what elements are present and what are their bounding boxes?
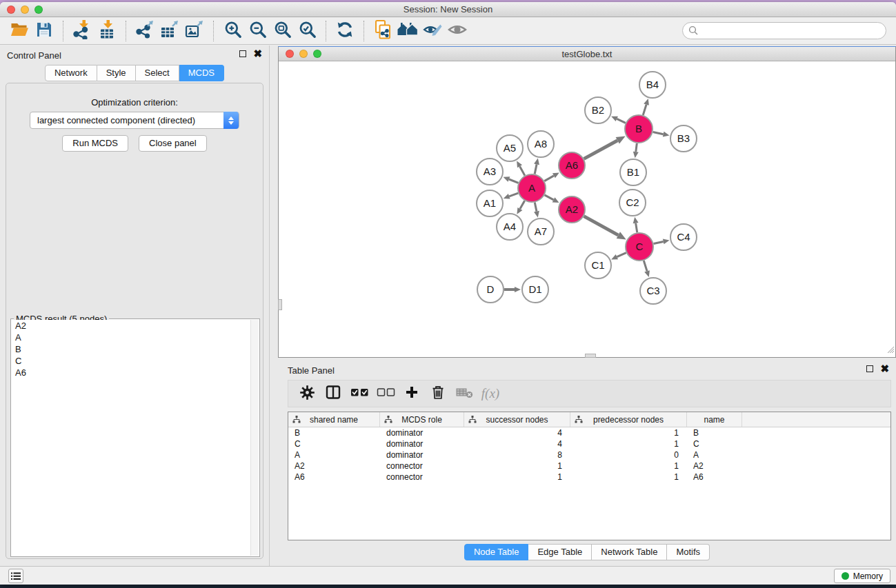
graph-edge-B-B4[interactable] xyxy=(643,105,646,115)
graph-edge-A6-B[interactable] xyxy=(584,141,618,159)
graph-edge-C-C1[interactable] xyxy=(617,253,626,257)
zoom-fit-button[interactable] xyxy=(270,19,295,43)
import-network-button[interactable] xyxy=(70,19,94,43)
tab-network[interactable]: Network xyxy=(45,65,97,81)
zoom-selected-button[interactable] xyxy=(295,19,319,43)
show-all-button[interactable] xyxy=(445,19,470,43)
zoom-selected-icon xyxy=(298,20,317,41)
column-header-successor-nodes[interactable]: successor nodes xyxy=(464,412,570,427)
network-canvas[interactable]: B4B2BB3B1A5A8A6A3AA1A2A4A7C2CC4C1C3DD1 xyxy=(279,61,895,357)
column-header-name[interactable]: name xyxy=(687,412,742,427)
network-minimize-button[interactable] xyxy=(299,50,308,58)
panel-splitter-grip-left[interactable] xyxy=(278,299,282,310)
delete-column-button[interactable] xyxy=(425,382,451,405)
search-icon xyxy=(688,26,698,38)
table-cell: C xyxy=(687,438,742,449)
network-close-button[interactable] xyxy=(286,50,294,58)
dropdown-stepper-icon[interactable] xyxy=(223,112,239,129)
mcds-result-item[interactable]: A xyxy=(12,332,250,343)
panel-splitter-grip-bottom[interactable] xyxy=(585,354,596,358)
tab-style[interactable]: Style xyxy=(97,65,136,81)
graph-edge-A-A4[interactable] xyxy=(520,201,525,209)
tab-edge-table[interactable]: Edge Table xyxy=(528,544,592,560)
column-header-MCDS-role[interactable]: MCDS role xyxy=(380,412,464,427)
close-panel-button[interactable]: Close panel xyxy=(139,135,207,152)
deselect-all-button[interactable] xyxy=(372,382,399,405)
select-all-button[interactable] xyxy=(346,382,372,405)
memory-button[interactable]: Memory xyxy=(834,569,890,583)
open-file-button[interactable] xyxy=(7,19,32,43)
gear-button[interactable] xyxy=(294,382,320,405)
mcds-result-item[interactable]: C xyxy=(12,355,250,367)
column-header-shared-name[interactable]: shared name xyxy=(288,412,380,427)
graph-edge-A-A2[interactable] xyxy=(545,195,554,200)
column-view-button[interactable] xyxy=(320,382,346,405)
network-zoom-button[interactable] xyxy=(313,50,321,58)
table-cell: B xyxy=(288,427,380,438)
window-controls xyxy=(7,6,43,14)
graph-edge-A-A3[interactable] xyxy=(509,179,519,183)
table-cell: A2 xyxy=(288,460,380,472)
window-resize-grip[interactable] xyxy=(885,344,895,356)
close-panel-icon[interactable]: ✖ xyxy=(253,50,262,57)
mcds-result-scrollbar[interactable] xyxy=(250,320,259,556)
gear-icon xyxy=(300,385,315,403)
add-column-button[interactable] xyxy=(399,382,425,405)
table-row[interactable]: Adominator80A xyxy=(288,449,890,460)
graph-edge-C-C3[interactable] xyxy=(644,261,647,271)
graph-edge-A-A7[interactable] xyxy=(535,203,537,212)
table-cell: connector xyxy=(380,472,464,483)
float-panel-icon[interactable] xyxy=(239,50,246,57)
graph-edge-A-A6[interactable] xyxy=(544,176,554,181)
export-table-button[interactable] xyxy=(157,19,182,43)
graph-edge-C-C2[interactable] xyxy=(636,223,637,233)
optimization-criterion-dropdown[interactable]: largest connected component (directed) xyxy=(30,112,239,129)
table-row[interactable]: Bdominator41B xyxy=(288,427,890,438)
tab-motifs[interactable]: Motifs xyxy=(667,544,710,560)
mcds-result-item[interactable]: B xyxy=(12,343,250,355)
zoom-out-button[interactable] xyxy=(245,19,270,43)
run-mcds-button[interactable]: Run MCDS xyxy=(62,135,128,152)
table-row[interactable]: A6connector11A6 xyxy=(288,472,890,483)
close-window-button[interactable] xyxy=(7,6,15,14)
graph-edge-A-A8[interactable] xyxy=(535,164,537,174)
graph-edge-A-A5[interactable] xyxy=(519,166,524,175)
export-image-button[interactable] xyxy=(182,19,207,43)
column-header-predecessor-nodes[interactable]: predecessor nodes xyxy=(570,412,687,427)
hide-selected-button[interactable] xyxy=(420,19,445,43)
search-input[interactable] xyxy=(682,22,886,39)
table-cell: dominator xyxy=(380,449,464,460)
task-history-button[interactable] xyxy=(8,569,23,583)
float-table-panel-icon[interactable] xyxy=(866,365,873,372)
new-network-from-selection-button[interactable] xyxy=(370,19,395,43)
zoom-window-button[interactable] xyxy=(34,6,43,14)
table-cell: A xyxy=(288,449,380,460)
table-row[interactable]: A2connector11A2 xyxy=(288,460,890,472)
zoom-in-button[interactable] xyxy=(220,19,245,43)
tab-select[interactable]: Select xyxy=(136,65,179,81)
graph-edge-C-C4[interactable] xyxy=(654,241,664,243)
graph-edge-B-B3[interactable] xyxy=(653,132,664,134)
tab-node-table[interactable]: Node Table xyxy=(464,544,529,560)
save-session-button[interactable] xyxy=(32,19,57,43)
graph-edge-B-B1[interactable] xyxy=(636,143,637,152)
apply-layout-button[interactable] xyxy=(332,19,357,43)
first-neighbors-button[interactable] xyxy=(395,19,420,43)
import-table-button[interactable] xyxy=(94,19,119,43)
network-window-title: testGlobe.txt xyxy=(562,49,613,59)
tab-mcds[interactable]: MCDS xyxy=(179,65,224,81)
minimize-window-button[interactable] xyxy=(21,6,29,14)
tab-network-table[interactable]: Network Table xyxy=(592,544,667,560)
graph-edge-B-B2[interactable] xyxy=(617,119,626,123)
graph-edge-A2-C[interactable] xyxy=(584,216,619,235)
mcds-result-item[interactable]: A6 xyxy=(12,367,250,378)
table-row[interactable]: Cdominator41C xyxy=(288,438,890,449)
graph-edge-A-A1[interactable] xyxy=(509,193,518,196)
hide-selected-icon xyxy=(423,21,442,41)
close-table-panel-icon[interactable]: ✖ xyxy=(880,365,889,372)
export-network-button[interactable] xyxy=(132,19,157,43)
toolbar-icon-groups xyxy=(7,19,470,43)
table-panel-header: Table Panel ✖ xyxy=(278,361,896,380)
mcds-result-item[interactable]: A2 xyxy=(12,320,250,332)
tree-icon xyxy=(292,416,301,425)
